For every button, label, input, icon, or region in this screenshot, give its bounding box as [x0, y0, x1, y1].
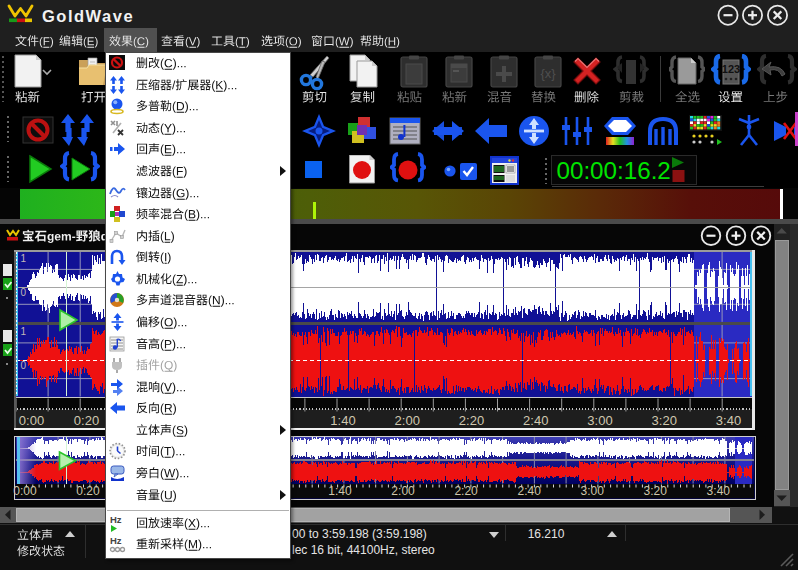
svg-text:Hz: Hz	[110, 535, 122, 546]
svg-text:123: 123	[722, 63, 740, 75]
svg-text:Hz: Hz	[110, 514, 122, 525]
svg-text:{x}: {x}	[540, 66, 556, 81]
